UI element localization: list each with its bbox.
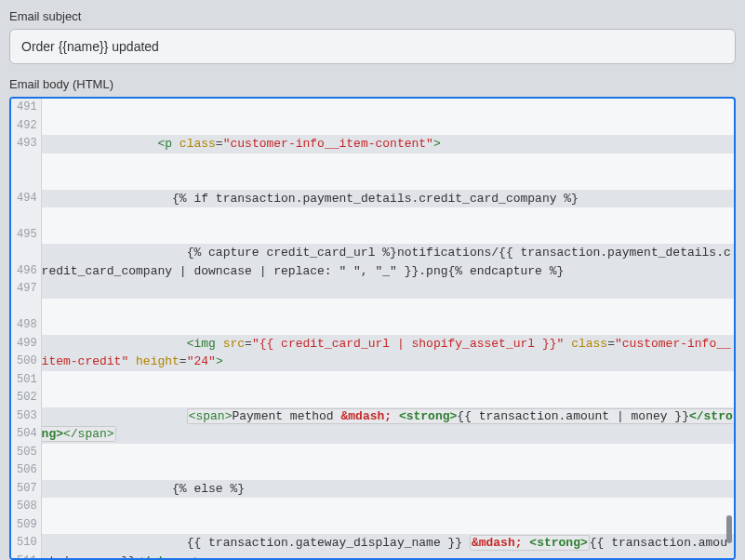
email-subject-input[interactable] xyxy=(9,29,736,64)
code-line: {% capture credit_card_url %}notificatio… xyxy=(42,244,734,299)
scrollbar-thumb[interactable] xyxy=(726,515,732,543)
code-content[interactable]: <p class="customer-info__item-content"> … xyxy=(42,99,734,558)
code-line: {{ transaction.gateway_display_name }} &… xyxy=(42,534,734,558)
code-line: {% else %} xyxy=(42,480,734,499)
code-line: <img src="{{ credit_card_url | shopify_a… xyxy=(42,335,734,371)
code-line: <p class="customer-info__item-content"> xyxy=(42,135,734,153)
code-line: {% if transaction.payment_details.credit… xyxy=(42,190,734,208)
email-body-editor[interactable]: 491 492 493 494 495 496 497 498 499 500 … xyxy=(9,97,736,560)
email-body-label: Email body (HTML) xyxy=(9,77,736,91)
code-line: <span>Payment method &mdash; <strong>{{ … xyxy=(42,407,734,444)
line-number-gutter: 491 492 493 494 495 496 497 498 499 500 … xyxy=(11,99,42,558)
email-subject-label: Email subject xyxy=(9,9,736,23)
